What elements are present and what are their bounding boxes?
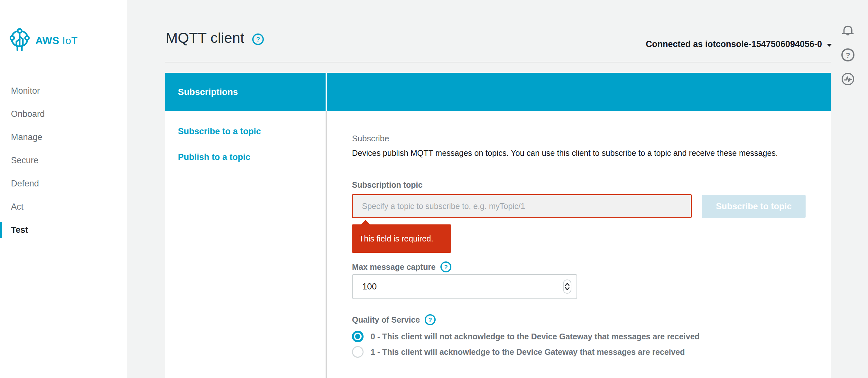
utility-icon-strip: ?	[841, 24, 855, 86]
sidebar-item-secure[interactable]: Secure	[0, 149, 127, 172]
sidebar-item-label: Act	[11, 202, 24, 211]
aws-iot-console: AWS IoT Monitor Onboard Manage Secure De…	[0, 0, 868, 378]
stepper-up-icon	[565, 283, 569, 286]
svg-text:?: ?	[444, 264, 448, 270]
qos-option-0-label: 0 - This client will not acknowledge to …	[371, 332, 700, 341]
qos-option-1[interactable]: 1 - This client will acknowledge to the …	[352, 344, 685, 360]
notifications-bell-icon[interactable]	[841, 24, 855, 38]
connected-as-label: Connected as iotconsole-1547506094056-0	[646, 39, 822, 49]
sidebar-item-defend[interactable]: Defend	[0, 172, 127, 195]
subscribe-to-topic-button[interactable]: Subscribe to topic	[702, 195, 806, 218]
logo-text-iot: IoT	[62, 35, 78, 46]
radio-dot	[355, 334, 360, 339]
svg-text:?: ?	[846, 51, 850, 59]
sidebar-item-monitor[interactable]: Monitor	[0, 79, 127, 103]
activity-pulse-icon[interactable]	[841, 72, 855, 86]
subscribe-panel: Subscribe Devices publish MQTT messages …	[327, 111, 831, 378]
caret-down-icon	[827, 39, 832, 49]
qos-option-0[interactable]: 0 - This client will not acknowledge to …	[352, 329, 700, 344]
sidebar-item-label: Test	[11, 225, 28, 235]
quality-of-service-label: Quality of Service	[352, 315, 420, 324]
sidebar-item-onboard[interactable]: Onboard	[0, 103, 127, 125]
max-message-capture-row: Max message capture ?	[352, 261, 452, 273]
panel-header-bar	[327, 73, 831, 111]
logo-text: AWS IoT	[35, 35, 78, 47]
radio-selected-icon[interactable]	[352, 331, 364, 342]
mqtt-client-help-icon[interactable]: ?	[252, 33, 264, 46]
quality-of-service-row: Quality of Service ?	[352, 314, 436, 325]
link-subscribe-to-topic[interactable]: Subscribe to a topic	[178, 126, 261, 137]
sidebar-item-label: Defend	[11, 179, 39, 188]
aws-iot-logo-icon	[10, 28, 30, 54]
logo-text-aws: AWS	[35, 35, 59, 46]
subscribe-description: Devices publish MQTT messages on topics.…	[352, 146, 806, 159]
svg-text:?: ?	[428, 317, 432, 323]
aws-iot-logo[interactable]: AWS IoT	[10, 28, 78, 54]
help-circle-icon[interactable]: ?	[841, 48, 855, 62]
qos-help-icon[interactable]: ?	[424, 314, 436, 325]
qos-option-1-label: 1 - This client will acknowledge to the …	[371, 347, 685, 357]
subscribe-section-heading: Subscribe	[352, 134, 389, 144]
page-header: MQTT client ?	[166, 30, 264, 46]
stepper-down-icon	[565, 287, 569, 290]
number-stepper[interactable]	[563, 280, 571, 294]
svg-text:?: ?	[256, 36, 260, 43]
header-divider	[165, 62, 831, 62]
required-error-tooltip: This field is required.	[352, 225, 451, 253]
max-message-capture-label: Max message capture	[352, 262, 436, 272]
tab-subscriptions[interactable]: Subscriptions	[165, 73, 326, 111]
sidebar: AWS IoT Monitor Onboard Manage Secure De…	[0, 0, 127, 378]
max-message-capture-input[interactable]	[352, 274, 577, 298]
connected-as-dropdown[interactable]: Connected as iotconsole-1547506094056-0	[646, 39, 832, 49]
subscription-topic-label: Subscription topic	[352, 180, 423, 190]
subscriptions-sidebar: Subscribe to a topic Publish to a topic	[165, 111, 326, 378]
active-indicator	[0, 222, 2, 238]
link-publish-to-topic[interactable]: Publish to a topic	[178, 152, 250, 162]
sidebar-item-manage[interactable]: Manage	[0, 125, 127, 149]
sidebar-item-label: Manage	[11, 132, 42, 142]
page-title: MQTT client	[166, 30, 244, 46]
sidebar-nav: Monitor Onboard Manage Secure Defend Act…	[0, 79, 127, 241]
sidebar-item-label: Secure	[11, 155, 39, 165]
required-error-text: This field is required.	[359, 234, 433, 243]
radio-unselected-icon[interactable]	[352, 346, 364, 358]
sidebar-item-label: Onboard	[11, 109, 45, 119]
max-message-help-icon[interactable]: ?	[440, 261, 452, 273]
sidebar-item-label: Monitor	[11, 86, 40, 96]
subscription-topic-input[interactable]	[352, 194, 692, 218]
tab-subscriptions-label: Subscriptions	[178, 87, 238, 97]
sidebar-item-test[interactable]: Test	[0, 218, 127, 241]
sidebar-item-act[interactable]: Act	[0, 195, 127, 218]
max-message-capture-field	[352, 274, 577, 299]
